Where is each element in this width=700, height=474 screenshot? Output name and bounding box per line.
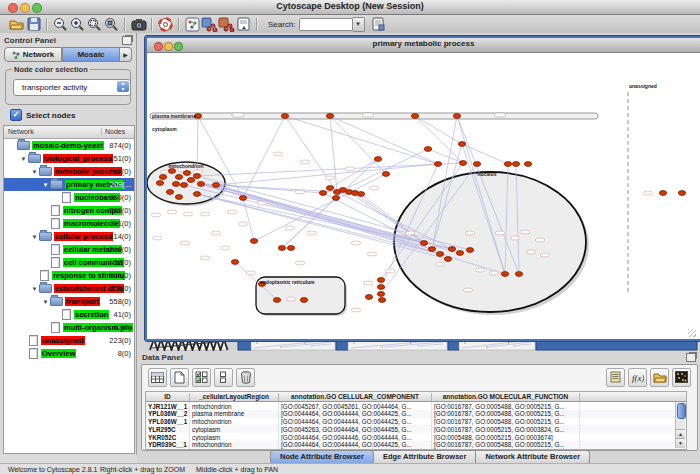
network-node[interactable] xyxy=(326,114,333,119)
tree-row[interactable]: mosaic-demo-yeast874(0) xyxy=(4,139,134,152)
tree-row[interactable]: ▼biological_process651(0) xyxy=(4,152,134,165)
expand-arrow-icon[interactable]: ▼ xyxy=(30,169,39,175)
network-canvas[interactable]: plasma membranecytoplasmmitochondrionnuc… xyxy=(147,53,696,335)
network-node[interactable] xyxy=(287,246,294,251)
float-panel-icon[interactable] xyxy=(122,36,132,45)
network-node[interactable] xyxy=(512,162,519,167)
network-node[interactable] xyxy=(420,241,427,246)
expand-arrow-icon[interactable]: ▼ xyxy=(41,182,50,188)
tree-row[interactable]: response to stimulu264(0) xyxy=(4,269,134,282)
network-node[interactable] xyxy=(326,186,333,191)
network-node[interactable] xyxy=(456,251,463,256)
zoom-selected-icon[interactable] xyxy=(103,16,120,32)
tree-row[interactable]: ▼cellular process614(0) xyxy=(4,230,134,243)
network-node[interactable] xyxy=(183,171,190,176)
open-file-icon[interactable] xyxy=(8,16,25,32)
tree-row[interactable]: macromolecule311(0) xyxy=(4,217,134,230)
network-node[interactable] xyxy=(187,178,194,183)
scrollbar-thumb[interactable] xyxy=(677,403,686,419)
tree-row[interactable]: multi-organism pro42(0) xyxy=(4,321,134,334)
snapshot-icon[interactable] xyxy=(130,16,147,32)
table-scrollbar[interactable]: ▲ ▼ xyxy=(675,402,685,448)
network-node[interactable] xyxy=(197,182,204,187)
manage-networks-icon[interactable] xyxy=(184,16,201,32)
network-node[interactable] xyxy=(273,298,280,303)
select-attributes-icon[interactable] xyxy=(192,368,211,387)
color-attribute-dropdown[interactable]: transporter activity ▲▼ xyxy=(13,79,131,96)
network-node[interactable] xyxy=(357,192,364,197)
network-node[interactable] xyxy=(175,175,182,180)
network-node[interactable] xyxy=(374,157,381,162)
network-node[interactable] xyxy=(319,191,326,196)
expand-arrow-icon[interactable]: ▼ xyxy=(41,299,50,305)
network-node[interactable] xyxy=(515,272,522,277)
network-node[interactable] xyxy=(458,142,465,147)
network-node[interactable] xyxy=(659,191,666,196)
filters-icon[interactable] xyxy=(218,16,235,32)
network-node[interactable] xyxy=(444,257,451,262)
tab-edge-attribute-browser[interactable]: Edge Attribute Browser xyxy=(374,450,476,464)
network-node[interactable] xyxy=(424,147,431,152)
tree-row[interactable]: ▼transport558(0) xyxy=(4,295,134,308)
network-node[interactable] xyxy=(377,285,384,290)
tree-row[interactable]: Overview8(0) xyxy=(4,347,134,360)
float-panel-icon[interactable] xyxy=(686,353,696,362)
tree-row[interactable]: cell communicat22(0) xyxy=(4,256,134,269)
search-config-icon[interactable] xyxy=(370,16,387,32)
network-node[interactable] xyxy=(448,247,455,252)
tab-network[interactable]: Network xyxy=(4,47,62,62)
table-col-header[interactable]: annotation.GO CELLULAR_COMPONENT xyxy=(279,393,432,401)
network-node[interactable] xyxy=(434,162,441,167)
network-node[interactable] xyxy=(156,181,163,186)
network-node[interactable] xyxy=(411,114,418,119)
search-input[interactable] xyxy=(299,18,353,31)
network-node[interactable] xyxy=(377,278,384,283)
tree-row[interactable]: nucleobase-209(0) xyxy=(4,191,134,204)
network-node[interactable] xyxy=(382,172,389,177)
network-node[interactable] xyxy=(365,295,372,300)
network-node[interactable] xyxy=(281,114,288,119)
label-icon[interactable] xyxy=(606,368,625,387)
tree-col-network[interactable]: Network xyxy=(8,128,34,135)
network-node[interactable] xyxy=(172,182,179,187)
tab-overflow-icon[interactable]: ▶ xyxy=(120,47,132,62)
network-node[interactable] xyxy=(377,292,384,297)
tree-row[interactable]: ▼primary metabo209(... xyxy=(4,178,134,191)
help-icon[interactable] xyxy=(157,16,174,32)
tree-row[interactable]: ▼establishment of lo558(0) xyxy=(4,282,134,295)
tab-network-attribute-browser[interactable]: Network Attribute Browser xyxy=(476,450,590,464)
network-node[interactable] xyxy=(466,248,473,253)
network-node[interactable] xyxy=(428,247,435,252)
search-dropdown-icon[interactable]: ▼ xyxy=(353,17,365,32)
network-node[interactable] xyxy=(278,246,285,251)
table-row[interactable]: YJR121W__1mitochondrion[GO:0045267, GO:0… xyxy=(146,402,686,410)
network-node[interactable] xyxy=(231,260,238,265)
table-row[interactable]: YPL036W__2plasma membrane[GO:0044464, GO… xyxy=(146,410,686,418)
formula-icon[interactable]: f(x) xyxy=(628,368,647,387)
network-node[interactable] xyxy=(239,196,246,201)
network-node[interactable] xyxy=(453,114,460,119)
tree-row[interactable]: nitrogen compo209(0) xyxy=(4,204,134,217)
new-attribute-icon[interactable] xyxy=(170,368,189,387)
network-node[interactable] xyxy=(159,175,166,180)
network-node[interactable] xyxy=(332,196,339,201)
network-window-titlebar[interactable]: primary metabolic process xyxy=(147,38,700,53)
select-nodes-checkbox[interactable]: ✓ xyxy=(10,109,22,121)
visual-mapper-icon[interactable] xyxy=(201,16,218,32)
tree-row[interactable]: secretion41(0) xyxy=(4,308,134,321)
network-node[interactable] xyxy=(504,162,511,167)
table-row[interactable]: YPL036W__1mitochondrion[GO:0044464, GO:0… xyxy=(146,418,686,426)
network-node[interactable] xyxy=(180,183,187,188)
network-node[interactable] xyxy=(250,239,257,244)
table-col-header[interactable]: ID xyxy=(146,393,190,401)
network-node[interactable] xyxy=(459,161,466,166)
attribute-table-icon[interactable] xyxy=(148,368,167,387)
tree-row[interactable]: ▼metabolic process280(0) xyxy=(4,165,134,178)
table-row[interactable]: YLR295Ccytoplasm[GO:0045263, GO:0044464,… xyxy=(146,425,686,433)
tab-node-attribute-browser[interactable]: Node Attribute Browser xyxy=(270,450,374,464)
zoom-out-icon[interactable] xyxy=(52,16,69,32)
network-node[interactable] xyxy=(300,298,307,303)
network-node[interactable] xyxy=(378,298,385,303)
network-node[interactable] xyxy=(175,195,182,200)
tree-row[interactable]: unassigned223(0) xyxy=(4,334,134,347)
